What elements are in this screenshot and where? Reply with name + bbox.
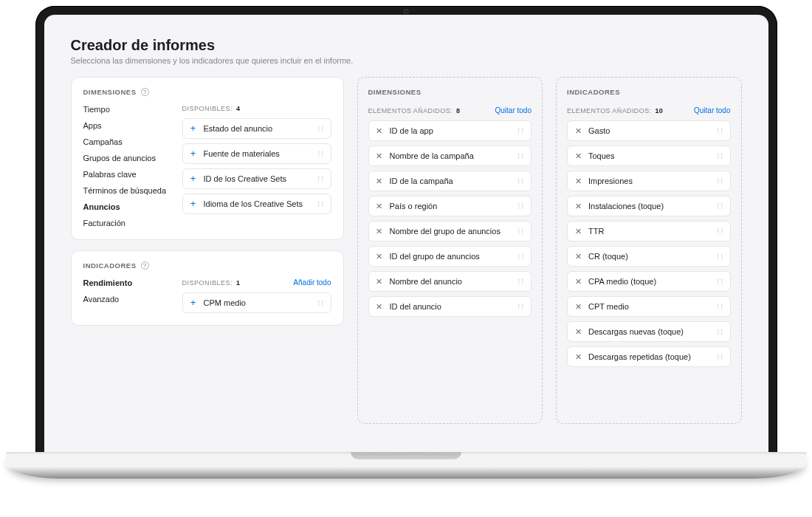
close-icon[interactable]: ✕ bbox=[574, 303, 582, 310]
selected-item[interactable]: ✕CPA medio (toque)⁝⁝ bbox=[567, 271, 731, 292]
plus-icon[interactable]: + bbox=[189, 200, 198, 208]
drag-handle-icon[interactable]: ⁝⁝ bbox=[517, 129, 525, 132]
dimensions-tab[interactable]: Términos de búsqueda bbox=[83, 186, 171, 195]
selected-item[interactable]: ✕ID de la app⁝⁝ bbox=[368, 120, 532, 141]
dimensions-tab[interactable]: Facturación bbox=[83, 219, 171, 227]
close-icon[interactable]: ✕ bbox=[574, 328, 582, 335]
add-all-link[interactable]: Añadir todo bbox=[293, 278, 331, 287]
available-item[interactable]: +Fuente de materiales⁝⁝ bbox=[182, 143, 331, 164]
close-icon[interactable]: ✕ bbox=[574, 152, 582, 160]
drag-handle-icon[interactable]: ⁝⁝ bbox=[717, 280, 724, 283]
close-icon[interactable]: ✕ bbox=[375, 253, 384, 260]
dimensions-tab[interactable]: Tiempo bbox=[83, 105, 171, 114]
chip-label: ID de los Creative Sets bbox=[204, 174, 312, 183]
dimensions-tab[interactable]: Campañas bbox=[83, 137, 171, 146]
close-icon[interactable]: ✕ bbox=[574, 253, 582, 260]
chip-label: Fuente de materiales bbox=[204, 149, 312, 158]
panel-body: TiempoAppsCampañasGrupos de anunciosPala… bbox=[83, 105, 331, 227]
drag-handle-icon[interactable]: ⁝⁝ bbox=[717, 330, 724, 333]
selected-item[interactable]: ✕TTR⁝⁝ bbox=[567, 221, 731, 242]
close-icon[interactable]: ✕ bbox=[375, 177, 384, 185]
drag-handle-icon[interactable]: ⁝⁝ bbox=[717, 154, 724, 157]
close-icon[interactable]: ✕ bbox=[375, 152, 384, 160]
close-icon[interactable]: ✕ bbox=[375, 127, 384, 134]
screen: Creador de informes Selecciona las dimen… bbox=[44, 15, 768, 453]
available-count: 1 bbox=[236, 279, 241, 287]
available-item[interactable]: +Idioma de los Creative Sets⁝⁝ bbox=[182, 194, 331, 214]
drag-handle-icon[interactable]: ⁝⁝ bbox=[517, 255, 525, 258]
indicators-drop-panel[interactable]: INDICADORES ELEMENTOS AÑADIDOS: 10 Quita… bbox=[556, 77, 742, 424]
close-icon[interactable]: ✕ bbox=[574, 278, 582, 285]
drag-handle-icon[interactable]: ⁝⁝ bbox=[517, 205, 525, 208]
drag-handle-icon[interactable]: ⁝⁝ bbox=[717, 179, 724, 182]
selected-item[interactable]: ✕Impresiones⁝⁝ bbox=[567, 171, 731, 191]
dimensions-tab-list: TiempoAppsCampañasGrupos de anunciosPala… bbox=[83, 105, 171, 227]
drag-handle-icon[interactable]: ⁝⁝ bbox=[717, 305, 724, 308]
close-icon[interactable]: ✕ bbox=[375, 227, 384, 235]
panel-header: DIMENSIONES ? bbox=[83, 88, 331, 96]
selected-item[interactable]: ✕CPT medio⁝⁝ bbox=[567, 296, 731, 317]
drag-handle-icon[interactable]: ⁝⁝ bbox=[317, 152, 325, 155]
selected-item[interactable]: ✕ID de la campaña⁝⁝ bbox=[368, 171, 532, 191]
drag-handle-icon[interactable]: ⁝⁝ bbox=[517, 154, 525, 157]
drag-handle-icon[interactable]: ⁝⁝ bbox=[717, 230, 724, 233]
selected-item[interactable]: ✕ID del anuncio⁝⁝ bbox=[368, 296, 532, 317]
drag-handle-icon[interactable]: ⁝⁝ bbox=[717, 205, 724, 208]
indicators-tab[interactable]: Avanzado bbox=[83, 295, 171, 304]
plus-icon[interactable]: + bbox=[189, 150, 198, 157]
close-icon[interactable]: ✕ bbox=[574, 127, 582, 134]
dimensions-tab[interactable]: Palabras clave bbox=[83, 170, 171, 179]
added-label: ELEMENTOS AÑADIDOS: 8 bbox=[368, 107, 461, 114]
dimensions-tab[interactable]: Grupos de anuncios bbox=[83, 154, 171, 162]
drag-handle-icon[interactable]: ⁝⁝ bbox=[517, 280, 525, 283]
chip-label: Instalaciones (toque) bbox=[588, 202, 711, 210]
help-icon[interactable]: ? bbox=[141, 88, 149, 96]
help-icon[interactable]: ? bbox=[141, 261, 149, 270]
available-item[interactable]: +Estado del anuncio⁝⁝ bbox=[182, 118, 331, 139]
selected-item[interactable]: ✕Descargas nuevas (toque)⁝⁝ bbox=[567, 321, 731, 342]
plus-icon[interactable]: + bbox=[189, 175, 198, 182]
drag-handle-icon[interactable]: ⁝⁝ bbox=[317, 301, 325, 304]
selected-item[interactable]: ✕Gasto⁝⁝ bbox=[567, 120, 731, 141]
remove-all-link[interactable]: Quitar todo bbox=[694, 106, 730, 114]
drag-handle-icon[interactable]: ⁝⁝ bbox=[717, 355, 724, 358]
close-icon[interactable]: ✕ bbox=[375, 202, 384, 210]
dimensions-drop-panel[interactable]: DIMENSIONES ELEMENTOS AÑADIDOS: 8 Quitar… bbox=[357, 77, 543, 424]
chip-label: CR (toque) bbox=[588, 252, 711, 261]
main-layout: DIMENSIONES ? TiempoAppsCampañasGrupos d… bbox=[71, 77, 742, 424]
drag-handle-icon[interactable]: ⁝⁝ bbox=[517, 305, 525, 308]
selected-item[interactable]: ✕País o región⁝⁝ bbox=[368, 196, 532, 216]
drag-handle-icon[interactable]: ⁝⁝ bbox=[717, 129, 724, 132]
close-icon[interactable]: ✕ bbox=[574, 202, 582, 210]
available-count: 4 bbox=[236, 105, 241, 112]
added-header: ELEMENTOS AÑADIDOS: 10 Quitar todo bbox=[567, 106, 731, 114]
indicators-selected-list: ✕Gasto⁝⁝✕Toques⁝⁝✕Impresiones⁝⁝✕Instalac… bbox=[567, 120, 731, 367]
close-icon[interactable]: ✕ bbox=[375, 303, 384, 310]
selected-item[interactable]: ✕CR (toque)⁝⁝ bbox=[567, 246, 731, 267]
plus-icon[interactable]: + bbox=[189, 125, 198, 132]
available-item[interactable]: +ID de los Creative Sets⁝⁝ bbox=[182, 168, 331, 189]
close-icon[interactable]: ✕ bbox=[574, 353, 582, 360]
selected-item[interactable]: ✕Nombre de la campaña⁝⁝ bbox=[368, 145, 532, 166]
close-icon[interactable]: ✕ bbox=[375, 278, 384, 285]
dimensions-tab[interactable]: Anuncios bbox=[83, 202, 171, 211]
dimensions-tab[interactable]: Apps bbox=[83, 121, 171, 130]
plus-icon[interactable]: + bbox=[189, 299, 198, 307]
drag-handle-icon[interactable]: ⁝⁝ bbox=[317, 202, 325, 205]
selected-item[interactable]: ✕Nombre del grupo de anuncios⁝⁝ bbox=[368, 221, 532, 242]
drag-handle-icon[interactable]: ⁝⁝ bbox=[517, 230, 525, 233]
selected-item[interactable]: ✕ID del grupo de anuncios⁝⁝ bbox=[368, 246, 532, 267]
selected-item[interactable]: ✕Instalaciones (toque)⁝⁝ bbox=[567, 196, 731, 216]
close-icon[interactable]: ✕ bbox=[574, 227, 582, 235]
indicators-tab[interactable]: Rendimiento bbox=[83, 278, 171, 287]
drag-handle-icon[interactable]: ⁝⁝ bbox=[517, 179, 525, 182]
remove-all-link[interactable]: Quitar todo bbox=[495, 106, 531, 114]
selected-item[interactable]: ✕Descargas repetidas (toque)⁝⁝ bbox=[567, 346, 731, 367]
close-icon[interactable]: ✕ bbox=[574, 177, 582, 185]
selected-item[interactable]: ✕Toques⁝⁝ bbox=[567, 145, 731, 166]
drag-handle-icon[interactable]: ⁝⁝ bbox=[717, 255, 724, 258]
selected-item[interactable]: ✕Nombre del anuncio⁝⁝ bbox=[368, 271, 532, 292]
drag-handle-icon[interactable]: ⁝⁝ bbox=[317, 127, 325, 130]
drag-handle-icon[interactable]: ⁝⁝ bbox=[317, 177, 325, 180]
available-item[interactable]: +CPM medio⁝⁝ bbox=[182, 292, 331, 313]
